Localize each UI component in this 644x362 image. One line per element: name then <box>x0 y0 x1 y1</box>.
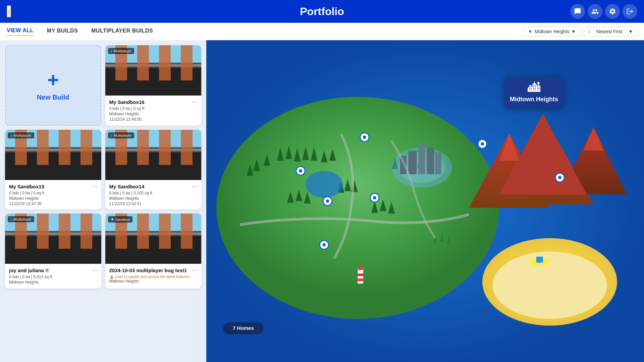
badge-3: ♪ Multiplayer <box>8 216 34 222</box>
svg-point-53 <box>363 135 366 139</box>
city-tooltip[interactable]: 🏙 Midtown Heights <box>504 77 564 107</box>
build-location-3: Midtown Heights <box>9 280 97 285</box>
build-card-sandbox16[interactable]: ♪ Multiplayer My Sandbox16 ··· 0 bds | 0… <box>105 45 202 126</box>
logout-button[interactable] <box>623 4 637 19</box>
build-card-header-0: My Sandbox16 ··· <box>109 99 198 105</box>
build-card-info-1: My Sandbox15 ··· 0 bds | 0 ba | 0 sq ft … <box>5 180 101 209</box>
build-location-1: Midtown Heights <box>9 196 97 201</box>
build-name-4: 2024-10-03 multiplayer bug test1 <box>109 267 187 273</box>
build-details-0: 0 bds | 0 ba | 0 sq ft <box>109 106 198 111</box>
svg-point-57 <box>326 199 329 203</box>
location-filter-arrow: ▼ <box>571 29 576 34</box>
build-card-info-0: My Sandbox16 ··· 0 bds | 0 ba | 0 sq ft … <box>105 96 202 125</box>
build-card-header-4: 2024-10-03 multiplayer bug test1 ··· <box>109 267 198 273</box>
build-details-3: 0 bds | 0 ba | 5,813 sq ft <box>9 275 97 279</box>
back-button[interactable]: ‹ <box>7 5 11 17</box>
sort-icon: ↕ <box>588 29 590 34</box>
page-title: Portfolio <box>300 5 344 18</box>
svg-point-59 <box>373 196 376 199</box>
svg-rect-39 <box>418 144 425 174</box>
build-card-header-1: My Sandbox15 ··· <box>9 183 97 189</box>
build-name-3: joy and juliana !! <box>9 267 49 273</box>
location-filter-value: Midtown Heights <box>535 29 570 34</box>
group-button[interactable] <box>588 4 602 19</box>
build-date-1: 11/22/24 12:47:35 <box>9 201 97 206</box>
location-filter[interactable]: ▼ Midtown Heights ▼ <box>524 26 580 37</box>
badge-4: ★ Sandbox <box>108 216 132 223</box>
build-menu-4[interactable]: ··· <box>192 267 197 273</box>
build-name-1: My Sandbox15 <box>9 184 44 189</box>
build-menu-0[interactable]: ··· <box>192 99 197 105</box>
new-build-card[interactable]: + New Build <box>5 45 101 126</box>
badge-icon-3: ♪ <box>10 217 12 221</box>
main-content: + New Build ♪ Multiplayer My Sandbox16 ·… <box>0 40 644 362</box>
badge-icon-2: ♪ <box>111 133 113 137</box>
new-build-label: New Build <box>37 94 69 101</box>
build-card-info-4: 2024-10-03 multiplayer bug test1 ··· 🔒 L… <box>105 264 202 288</box>
tab-view-all[interactable]: VIEW ALL <box>7 27 34 36</box>
svg-rect-51 <box>536 257 543 263</box>
build-warning-4: 🔒 Load to update and access the latest f… <box>109 275 198 279</box>
header: ‹ Portfolio <box>0 0 644 23</box>
build-card-header-2: My Sandbox14 ··· <box>109 183 198 189</box>
sort-filter-value: Newest First <box>596 29 623 34</box>
map-svg: 7 Homes <box>206 40 644 362</box>
build-menu-1[interactable]: ··· <box>92 183 97 189</box>
build-card-header-3: joy and juliana !! ··· <box>9 267 97 273</box>
badge-label-4: Sandbox <box>115 218 130 222</box>
tab-multiplayer-builds[interactable]: MULTIPLAYER BUILDS <box>91 28 153 35</box>
svg-point-43 <box>306 171 342 198</box>
filter-icon: ▼ <box>528 29 533 34</box>
build-card-image-1: ♪ Multiplayer <box>5 130 101 180</box>
build-location-0: Midtown Heights <box>109 112 198 116</box>
nav-filters: ▼ Midtown Heights ▼ ↕ Newest First ▼ <box>524 26 637 37</box>
build-menu-2[interactable]: ··· <box>192 183 197 189</box>
city-tooltip-name: Midtown Heights <box>510 96 558 103</box>
svg-rect-47 <box>358 274 363 276</box>
svg-text:7 Homes: 7 Homes <box>233 325 254 331</box>
sort-filter[interactable]: ↕ Newest First ▼ <box>584 26 637 37</box>
badge-2: ♪ Multiplayer <box>108 132 135 138</box>
build-card-sandbox14[interactable]: ♪ Multiplayer My Sandbox14 ··· 0 bds | 0… <box>105 130 202 209</box>
badge-icon-4: ★ <box>111 217 114 222</box>
badge-label-1: Multiplayer <box>14 133 32 137</box>
new-build-plus-icon: + <box>47 70 59 90</box>
svg-rect-38 <box>408 150 417 174</box>
svg-rect-48 <box>358 279 363 281</box>
build-date-2: 11/22/24 12:42:51 <box>109 201 198 206</box>
portfolio-panel: + New Build ♪ Multiplayer My Sandbox16 ·… <box>0 40 206 362</box>
svg-point-55 <box>299 169 302 173</box>
build-card-info-2: My Sandbox14 ··· 0 bds | 0 ba | 3,100 sq… <box>105 180 202 209</box>
svg-rect-41 <box>435 152 441 174</box>
badge-label-3: Multiplayer <box>14 217 32 221</box>
build-date-0: 11/22/24 12:48:50 <box>109 117 198 122</box>
badge-icon-1: ♪ <box>10 133 12 137</box>
svg-rect-40 <box>427 147 434 174</box>
city-tooltip-icon: 🏙 <box>510 81 558 94</box>
header-icons <box>570 4 637 19</box>
build-card-image-0: ♪ Multiplayer <box>105 45 202 96</box>
settings-button[interactable] <box>605 4 620 19</box>
sort-filter-arrow: ▼ <box>628 29 633 34</box>
build-card-joy-juliana[interactable]: ♪ Multiplayer joy and juliana !! ··· 0 b… <box>5 214 101 289</box>
badge-label-0: Multiplayer <box>114 49 131 53</box>
build-name-0: My Sandbox16 <box>109 99 145 105</box>
svg-point-61 <box>322 243 326 246</box>
build-location-2: Midtown Heights <box>109 196 198 201</box>
build-card-sandbox15[interactable]: ♪ Multiplayer My Sandbox15 ··· 0 bds | 0… <box>5 130 101 209</box>
build-menu-3[interactable]: ··· <box>92 267 97 273</box>
chat-button[interactable] <box>570 4 585 19</box>
build-card-bug-test[interactable]: ★ Sandbox 2024-10-03 multiplayer bug tes… <box>105 214 202 289</box>
badge-0: ♪ Multiplayer <box>108 48 135 54</box>
build-details-1: 0 bds | 0 ba | 0 sq ft <box>9 191 97 195</box>
tab-my-builds[interactable]: MY BUILDS <box>47 28 78 35</box>
build-location-4: Midtown Heights <box>109 279 198 284</box>
badge-label-2: Multiplayer <box>114 133 131 137</box>
build-card-image-3: ♪ Multiplayer <box>5 214 101 264</box>
portfolio-grid: + New Build ♪ Multiplayer My Sandbox16 ·… <box>5 45 201 289</box>
badge-1: ♪ Multiplayer <box>8 132 34 138</box>
build-card-info-3: joy and juliana !! ··· 0 bds | 0 ba | 5,… <box>5 264 101 289</box>
build-details-2: 0 bds | 0 ba | 3,100 sq ft <box>109 191 198 195</box>
map-panel: 7 Homes 🏙 Midtown Heights <box>206 40 644 362</box>
svg-point-2 <box>216 97 499 319</box>
